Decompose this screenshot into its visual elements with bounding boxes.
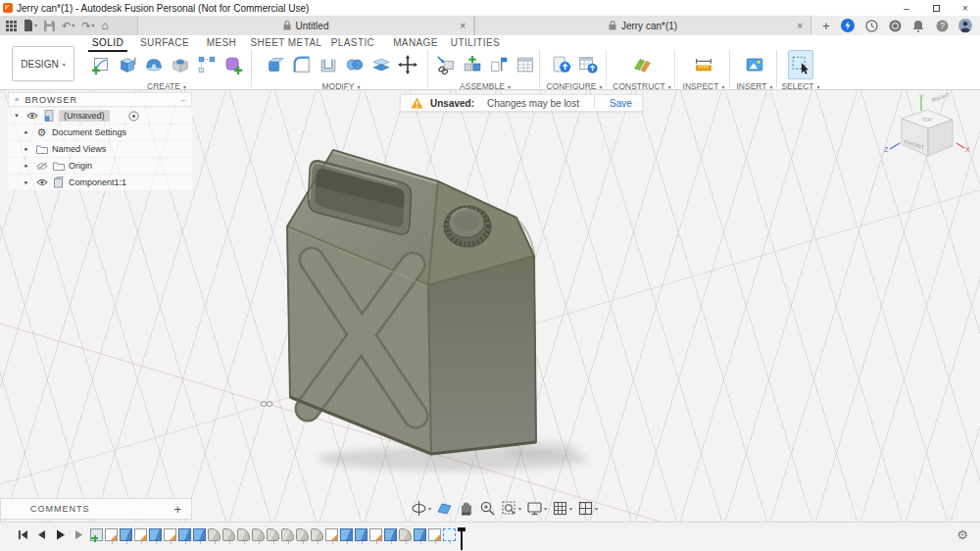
step-forward-button[interactable] bbox=[74, 529, 84, 540]
chevron-right-icon[interactable]: ▸ bbox=[22, 162, 31, 170]
timeline-feature-extrude[interactable] bbox=[414, 528, 426, 541]
comments-panel[interactable]: COMMENTS + bbox=[0, 498, 192, 520]
timeline-feature-fillet[interactable] bbox=[222, 528, 235, 541]
close-button[interactable]: × bbox=[951, 0, 980, 16]
select-button[interactable] bbox=[788, 50, 813, 79]
shell-button[interactable] bbox=[316, 50, 341, 79]
fillet-button[interactable] bbox=[289, 50, 315, 79]
timeline-feature-fillet[interactable] bbox=[267, 528, 279, 541]
notifications-button[interactable] bbox=[911, 19, 925, 32]
timeline-position-marker[interactable] bbox=[461, 528, 463, 550]
collapse-browser-icon[interactable]: « bbox=[15, 95, 19, 104]
measure-button[interactable] bbox=[691, 50, 716, 79]
timeline-feature-fillet[interactable] bbox=[311, 528, 323, 541]
browser-row-component1[interactable]: ▸ Component1:1 bbox=[8, 175, 192, 190]
timeline-feature-extrude[interactable] bbox=[340, 528, 353, 541]
new-component-button[interactable] bbox=[433, 50, 459, 79]
timeline-settings-gear-icon[interactable]: ⚙ bbox=[956, 528, 968, 541]
group-dropdown-modify[interactable]: MODIFY▾ bbox=[257, 81, 425, 91]
job-status-button[interactable] bbox=[841, 19, 855, 32]
redo-button[interactable]: ↷▾ bbox=[81, 21, 94, 31]
timeline-feature-fillet[interactable] bbox=[281, 528, 294, 541]
group-dropdown-assemble[interactable]: ASSEMBLE▾ bbox=[431, 81, 539, 91]
activate-component-radio[interactable] bbox=[127, 110, 140, 122]
timeline-feature-sketch[interactable] bbox=[428, 528, 441, 541]
look-at-button[interactable] bbox=[435, 499, 454, 518]
revolve-button[interactable] bbox=[141, 50, 167, 79]
timeline-feature-extrude[interactable] bbox=[178, 528, 191, 541]
group-dropdown-inspect[interactable]: INSPECT▾ bbox=[678, 81, 729, 91]
timeline-feature-extrude[interactable] bbox=[149, 528, 162, 541]
extrude-button[interactable] bbox=[115, 50, 140, 79]
browser-row-origin[interactable]: ▸ Origin bbox=[8, 158, 192, 174]
group-dropdown-construct[interactable]: CONSTRUCT▾ bbox=[610, 81, 674, 91]
press-pull-button[interactable] bbox=[263, 50, 288, 79]
minimize-browser-button[interactable]: – bbox=[181, 95, 185, 104]
browser-row-named-views[interactable]: ▸ Named Views bbox=[8, 141, 192, 157]
pan-button[interactable] bbox=[457, 499, 475, 518]
timeline-feature-sketch[interactable] bbox=[325, 528, 338, 541]
construct-plane-button[interactable] bbox=[629, 50, 655, 79]
timeline-feature-fillet[interactable] bbox=[237, 528, 250, 541]
chevron-right-icon[interactable]: ▸ bbox=[22, 128, 31, 136]
joint-origin-button[interactable] bbox=[486, 50, 512, 79]
undo-button[interactable]: ↶▾ bbox=[62, 21, 74, 31]
ribbon-tab-plastic[interactable]: PLASTIC bbox=[327, 36, 378, 50]
chevron-down-icon[interactable]: ▾ bbox=[12, 112, 22, 120]
ribbon-tab-surface[interactable]: SURFACE bbox=[136, 36, 193, 50]
viewports-button[interactable]: ▾ bbox=[576, 499, 599, 518]
move-button[interactable] bbox=[395, 50, 420, 79]
visibility-eye-icon[interactable] bbox=[25, 110, 38, 122]
timeline-feature-sketch[interactable] bbox=[369, 528, 382, 541]
ribbon-tab-utilities[interactable]: UTILITIES bbox=[447, 36, 504, 50]
timeline-feature-extrude[interactable] bbox=[384, 528, 397, 541]
group-dropdown-configure[interactable]: CONFIGURE▾ bbox=[545, 81, 604, 91]
chevron-right-icon[interactable]: ▸ bbox=[22, 145, 31, 153]
display-settings-button[interactable]: ▾ bbox=[525, 499, 548, 518]
app-grid-button[interactable] bbox=[6, 21, 17, 31]
ribbon-tab-mesh[interactable]: MESH bbox=[203, 36, 241, 50]
browser-row-document-settings[interactable]: ▸ ⚙ Document Settings bbox=[8, 125, 192, 140]
timeline-feature-fillet[interactable] bbox=[296, 528, 309, 541]
insert-button[interactable] bbox=[742, 50, 767, 79]
create-sketch-button[interactable] bbox=[88, 50, 114, 79]
play-button[interactable] bbox=[55, 529, 66, 540]
timeline-feature-fillet[interactable] bbox=[252, 528, 265, 541]
configuration-table-button[interactable] bbox=[575, 50, 601, 79]
timeline-feature-fillet[interactable] bbox=[399, 528, 412, 541]
orbit-button[interactable]: ▾ bbox=[410, 499, 432, 518]
timeline-feature-sketch[interactable] bbox=[134, 528, 147, 541]
fit-button[interactable]: ▾ bbox=[500, 499, 522, 518]
timeline-feature-component[interactable] bbox=[90, 528, 103, 541]
history-button[interactable] bbox=[864, 19, 878, 32]
root-document-label[interactable]: (Unsaved) bbox=[59, 110, 110, 122]
joint-button[interactable] bbox=[460, 50, 485, 79]
document-tab-jerry-can[interactable]: Jerry can*(1) × bbox=[474, 16, 811, 35]
create-form-button[interactable] bbox=[220, 50, 246, 79]
hole-button[interactable] bbox=[168, 50, 193, 79]
group-dropdown-select[interactable]: SELECT▾ bbox=[778, 81, 823, 91]
step-back-button[interactable] bbox=[36, 529, 47, 540]
save-button[interactable] bbox=[44, 21, 55, 31]
bom-table-button[interactable] bbox=[513, 50, 538, 79]
ribbon-tab-sheet-metal[interactable]: SHEET METAL bbox=[247, 36, 326, 50]
timeline-feature-sketch[interactable] bbox=[164, 528, 176, 541]
help-button[interactable]: ? bbox=[935, 19, 949, 32]
origin-marker[interactable] bbox=[261, 402, 272, 407]
maximize-button[interactable] bbox=[921, 0, 951, 16]
browser-row-root[interactable]: ▾ (Unsaved) bbox=[8, 108, 192, 124]
combine-button[interactable] bbox=[342, 50, 368, 79]
visibility-off-eye-icon[interactable] bbox=[35, 160, 48, 172]
ribbon-tab-manage[interactable]: MANAGE bbox=[389, 36, 442, 50]
profile-button[interactable] bbox=[958, 19, 972, 32]
save-link[interactable]: Save bbox=[610, 98, 632, 109]
go-to-start-button[interactable] bbox=[18, 529, 28, 540]
timeline-feature-extrude[interactable] bbox=[193, 528, 206, 541]
timeline-feature-sketch[interactable] bbox=[105, 528, 118, 541]
jerry-can-model[interactable] bbox=[287, 150, 536, 454]
file-menu-button[interactable]: ▾ bbox=[24, 20, 37, 31]
status-button[interactable] bbox=[888, 19, 902, 32]
document-tab-untitled[interactable]: Untitled × bbox=[137, 16, 474, 35]
tab-close-button[interactable]: × bbox=[460, 16, 466, 35]
viewcube[interactable]: Y X Z TOP FRONT RIGHT bbox=[882, 93, 972, 175]
